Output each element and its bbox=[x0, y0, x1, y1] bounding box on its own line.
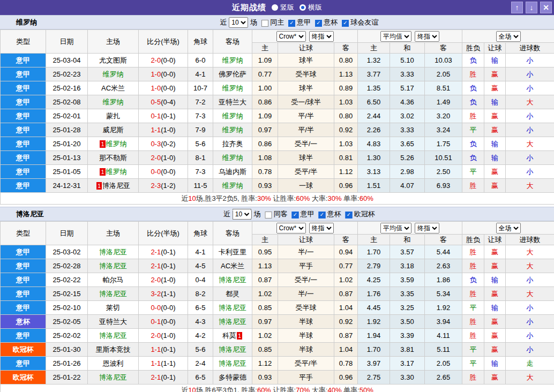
odds-provider-select[interactable]: Crow* bbox=[276, 31, 306, 42]
avg-draw-cell: 3.25 bbox=[390, 301, 425, 315]
move-up-button[interactable]: ↑ bbox=[511, 2, 523, 13]
result-goals-cell: 小 bbox=[506, 67, 554, 81]
column-header: 比分(半场) bbox=[139, 222, 188, 245]
match-date-cell: 25-02-22 bbox=[46, 273, 88, 287]
avg-draw-cell: 3.59 bbox=[390, 273, 425, 287]
avg-home-cell: 1.32 bbox=[358, 54, 390, 67]
avg-away-cell: 6.93 bbox=[425, 179, 462, 193]
score-cell: 2-0(0-0) bbox=[139, 54, 188, 67]
odds-provider-select[interactable]: Crow* bbox=[276, 223, 306, 233]
away-team-name: 博洛尼亚 bbox=[219, 345, 246, 353]
column-header: 角球 bbox=[188, 222, 213, 245]
team-name: 博洛尼亚 bbox=[16, 209, 44, 219]
team-section: 博洛尼亚近10场同客意甲意杯欧冠杯类型日期主场比分(半场)角球客场Crow*终指… bbox=[0, 207, 554, 392]
home-odds-cell: 0.85 bbox=[252, 301, 278, 315]
result-wdl-cell: 胜 bbox=[462, 259, 484, 273]
corners-cell: 7-2 bbox=[188, 95, 213, 109]
fulltime-score: 1-1 bbox=[151, 359, 161, 367]
avg-stage-select[interactable]: 终指 bbox=[415, 31, 439, 42]
fulltime-score: 1-0 bbox=[151, 84, 161, 92]
away-team-name: 科莫 bbox=[222, 331, 236, 340]
fulltime-score: 2-1 bbox=[151, 373, 161, 381]
filter-checkbox[interactable] bbox=[346, 212, 353, 218]
scope-select[interactable]: 全场 bbox=[496, 223, 521, 233]
avg-away-cell: 2.05 bbox=[425, 67, 462, 81]
result-wdl-cell: 负 bbox=[462, 273, 484, 287]
team-section: 维罗纳近10场同主意甲意杯球会友谊类型日期主场比分(半场)角球客场Crow*终指… bbox=[0, 15, 554, 205]
away-team-name: AC米兰 bbox=[221, 262, 244, 270]
sub-column-header: 进球数 bbox=[506, 235, 554, 245]
result-wdl-cell: 平 bbox=[462, 301, 484, 315]
layout-radio-vertical[interactable]: 竖版 bbox=[272, 3, 294, 12]
filter-checkbox[interactable] bbox=[265, 212, 272, 218]
match-row: 意甲25-01-201维罗纳0-3(0-2)5-6拉齐奥0.86受半/一1.03… bbox=[1, 137, 554, 151]
header-filter-row: 类型日期主场比分(半场)角球客场Crow*终指平均值终指全场 bbox=[1, 222, 554, 235]
filter-checkbox[interactable] bbox=[292, 212, 299, 218]
avg-away-cell: 2.65 bbox=[425, 371, 462, 385]
avg-home-cell: 1.92 bbox=[358, 315, 390, 329]
summary-segment: 近 bbox=[181, 386, 188, 392]
halftime-score: (0-0) bbox=[161, 70, 175, 78]
avg-draw-cell: 3.65 bbox=[390, 137, 425, 151]
home-odds-cell: 1.02 bbox=[252, 287, 278, 301]
odds-stage-select[interactable]: 终指 bbox=[309, 223, 334, 233]
filter-checkbox[interactable] bbox=[319, 212, 326, 218]
home-team-name: 维罗纳 bbox=[103, 70, 124, 78]
halftime-score: (0-0) bbox=[161, 168, 175, 176]
result-goals-cell: 小 bbox=[506, 329, 554, 343]
away-odds-cell: 0.92 bbox=[334, 123, 358, 137]
match-row: 意甲25-02-15博洛尼亚3-2(1-1)8-2都灵1.02半/一0.871.… bbox=[1, 287, 554, 301]
home-team-name: 维罗纳 bbox=[106, 140, 127, 148]
filter-checkbox[interactable] bbox=[261, 20, 268, 27]
fulltime-score: 2-3 bbox=[151, 182, 161, 190]
summary-segment: 单率: bbox=[341, 386, 359, 392]
corners-cell: 2-4 bbox=[188, 357, 213, 371]
recent-count-select[interactable]: 10 bbox=[233, 209, 252, 220]
scope-select[interactable]: 全场 bbox=[496, 31, 521, 42]
home-team-cell: 1博洛尼亚 bbox=[88, 179, 139, 193]
filter-checkbox[interactable] bbox=[288, 20, 295, 27]
away-odds-cell: 1.12 bbox=[334, 165, 358, 179]
summary-segment: 40% bbox=[327, 386, 341, 392]
score-cell: 2-1(0-1) bbox=[139, 245, 188, 259]
halftime-score: (0-2) bbox=[161, 140, 175, 148]
away-odds-cell: 0.80 bbox=[334, 54, 358, 67]
recent-count-select[interactable]: 10 bbox=[229, 17, 248, 28]
home-team-cell: 1维罗纳 bbox=[88, 137, 139, 151]
match-date-cell: 25-01-22 bbox=[46, 371, 88, 385]
away-odds-cell: 0.94 bbox=[334, 245, 358, 259]
handicap-cell: 受平/半 bbox=[278, 165, 334, 179]
result-wdl-cell: 胜 bbox=[462, 315, 484, 329]
filter-checkbox[interactable] bbox=[315, 20, 322, 27]
recent-label-suffix: 场 bbox=[254, 209, 261, 219]
move-down-button[interactable]: ↓ bbox=[526, 2, 537, 13]
result-wdl-cell: 胜 bbox=[462, 67, 484, 81]
match-row: 欧冠杯25-01-30里斯本竞技1-1(0-1)5-6博洛尼亚0.85半球1.0… bbox=[1, 343, 554, 357]
result-goals-cell: 小 bbox=[506, 151, 554, 165]
layout-radio-horizontal[interactable]: 横版 bbox=[300, 3, 322, 12]
match-date-cell: 25-03-02 bbox=[46, 245, 88, 259]
home-odds-cell: 0.87 bbox=[252, 273, 278, 287]
away-team-cell: 佛罗伦萨 bbox=[213, 67, 252, 81]
avg-mode-select[interactable]: 平均值 bbox=[380, 31, 411, 42]
column-header: 主场 bbox=[88, 222, 139, 245]
away-team-name: 维罗纳 bbox=[222, 56, 243, 64]
filter-checkbox-label: 意甲 bbox=[301, 209, 315, 219]
avg-home-cell: 4.45 bbox=[358, 301, 390, 315]
summary-segment: 大率: bbox=[310, 386, 327, 392]
avg-draw-cell: 3.17 bbox=[390, 357, 425, 371]
avg-mode-select[interactable]: 平均值 bbox=[380, 223, 411, 233]
home-odds-cell: 1.08 bbox=[252, 151, 278, 165]
close-button[interactable]: ✕ bbox=[540, 2, 552, 13]
home-team-name: 博洛尼亚 bbox=[99, 248, 127, 256]
avg-stage-select[interactable]: 终指 bbox=[415, 223, 439, 233]
handicap-cell: 受半/一 bbox=[278, 137, 334, 151]
home-team-name: 里斯本竞技 bbox=[96, 345, 131, 353]
avg-away-cell: 2.05 bbox=[425, 357, 462, 371]
avg-away-cell: 10.51 bbox=[425, 151, 462, 165]
avg-draw-cell: 3.57 bbox=[390, 245, 425, 259]
home-odds-cell: 0.86 bbox=[252, 95, 278, 109]
result-handicap-cell: 赢 bbox=[484, 179, 506, 193]
filter-checkbox[interactable] bbox=[342, 20, 349, 27]
odds-stage-select[interactable]: 终指 bbox=[309, 31, 334, 42]
